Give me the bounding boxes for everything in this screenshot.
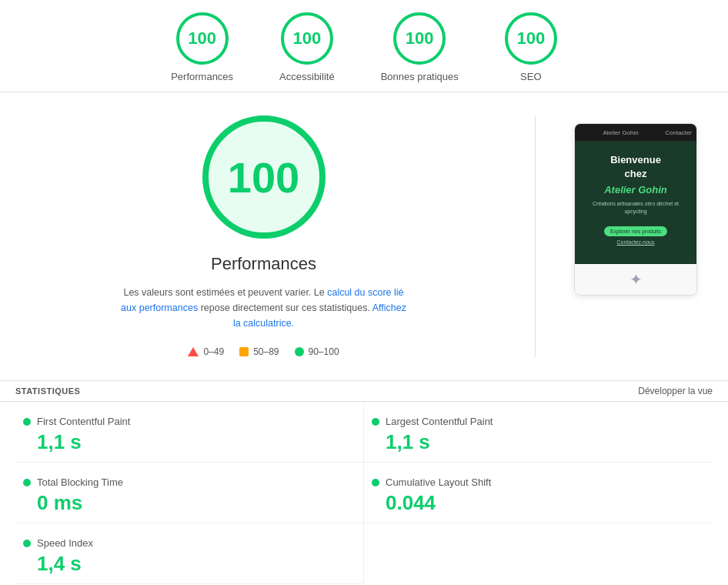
stat-value-tbt: 0 ms	[23, 491, 348, 515]
legend-item-red: 0–49	[188, 346, 224, 357]
stat-value-fcp: 1,1 s	[23, 430, 348, 454]
stat-name-si: Speed Index	[23, 537, 348, 549]
stat-label-tbt: Total Blocking Time	[37, 476, 123, 488]
preview-plus-icon: ✦	[629, 270, 643, 289]
stat-dot-tbt	[23, 479, 31, 486]
preview-welcome-line1: Bienvenue	[610, 154, 661, 165]
score-circle-accessibilite: 100	[281, 12, 333, 65]
score-circle-seo: 100	[505, 12, 557, 65]
preview-contact-link: Contactez-nous	[583, 239, 689, 245]
expand-link[interactable]: Développer la vue	[638, 386, 713, 396]
preview-browser-title: Atelier Gohin	[579, 129, 662, 136]
stat-dot-fcp	[23, 418, 31, 426]
top-scores-bar: 100 Performances 100 Accessibilité 100 B…	[0, 0, 728, 92]
legend-item-green: 90–100	[295, 346, 339, 357]
preview-bottom: ✦	[575, 264, 696, 295]
stat-name-tbt: Total Blocking Time	[23, 476, 348, 488]
stat-value-si: 1,4 s	[23, 552, 348, 576]
right-panel: Atelier Gohin Contacter Bienvenue chez A…	[559, 115, 713, 357]
desc-plain: Les valeurs sont estimées et peuvent var…	[123, 287, 327, 298]
score-item-bonnes-pratiques: 100 Bonnes pratiques	[381, 12, 459, 82]
legend-range-2: 50–89	[253, 346, 279, 357]
score-item-performances: 100 Performances	[171, 12, 233, 82]
stat-label-cls: Cumulative Layout Shift	[386, 476, 491, 488]
stat-value-lcp: 1,1 s	[372, 430, 697, 454]
stat-dot-si	[23, 540, 31, 547]
score-circle-performances: 100	[176, 12, 229, 65]
stat-name-fcp: First Contentful Paint	[23, 416, 348, 427]
stat-cell-tbt: Total Blocking Time 0 ms	[15, 463, 364, 523]
preview-cta-btn: Explorer nos produits	[604, 226, 667, 236]
main-content: 100 Performances Les valeurs sont estimé…	[0, 92, 728, 373]
score-circle-bonnes-pratiques: 100	[393, 12, 446, 65]
score-label-accessibilite: Accessibilité	[279, 71, 335, 82]
vertical-divider	[535, 115, 536, 357]
score-label-bonnes-pratiques: Bonnes pratiques	[381, 71, 459, 82]
stat-dot-cls	[372, 479, 379, 486]
score-item-seo: 100 SEO	[505, 12, 557, 82]
stat-name-cls: Cumulative Layout Shift	[372, 476, 697, 488]
stats-title: STATISTIQUES	[15, 386, 80, 396]
stats-grid: First Contentful Paint 1,1 s Largest Con…	[0, 402, 728, 584]
left-panel: 100 Performances Les valeurs sont estimé…	[15, 115, 512, 357]
preview-subtitle: Créations artisanales zéro déchet et upc…	[583, 200, 689, 216]
main-score-value: 100	[228, 152, 299, 202]
preview-brand: Atelier Gohin	[583, 184, 689, 196]
preview-browser-btn: Contacter	[665, 129, 692, 136]
desc-middle: repose directement sur ces statistiques.	[198, 303, 372, 313]
stat-cell-lcp: Largest Contentful Paint 1,1 s	[364, 402, 713, 463]
stat-label-lcp: Largest Contentful Paint	[386, 416, 493, 427]
orange-square-icon	[239, 347, 249, 356]
legend-item-orange: 50–89	[239, 346, 279, 357]
preview-welcome-line2: chez	[625, 168, 647, 179]
legend-range-3: 90–100	[309, 346, 339, 357]
stat-name-lcp: Largest Contentful Paint	[372, 416, 697, 427]
green-dot-icon	[295, 347, 304, 356]
red-triangle-icon	[188, 347, 199, 356]
stat-cell-si: Speed Index 1,4 s	[15, 523, 364, 584]
preview-browser-bar: Atelier Gohin Contacter	[575, 124, 696, 141]
score-label-performances: Performances	[171, 71, 233, 82]
stat-cell-cls: Cumulative Layout Shift 0.044	[364, 463, 713, 523]
stat-label-fcp: First Contentful Paint	[37, 416, 130, 427]
main-score-circle: 100	[202, 115, 326, 239]
perf-description: Les valeurs sont estimées et peuvent var…	[118, 285, 410, 331]
stats-header: STATISTIQUES Développer la vue	[0, 380, 728, 402]
preview-site-content: Bienvenue chez Atelier Gohin Créations a…	[575, 141, 696, 264]
stat-dot-lcp	[372, 418, 379, 426]
stat-label-si: Speed Index	[37, 537, 93, 549]
preview-welcome: Bienvenue chez	[583, 153, 689, 181]
site-preview-card: Atelier Gohin Contacter Bienvenue chez A…	[574, 123, 697, 296]
stat-cell-fcp: First Contentful Paint 1,1 s	[15, 402, 364, 463]
score-item-accessibilite: 100 Accessibilité	[279, 12, 335, 82]
legend-range-1: 0–49	[203, 346, 224, 357]
score-label-seo: SEO	[520, 71, 541, 82]
perf-title: Performances	[211, 254, 316, 274]
stat-value-cls: 0.044	[372, 491, 697, 515]
legend: 0–49 50–89 90–100	[188, 346, 339, 357]
